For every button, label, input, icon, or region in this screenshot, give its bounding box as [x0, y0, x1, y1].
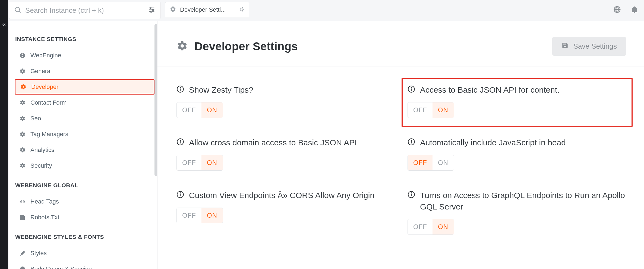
svg-point-7	[150, 11, 152, 12]
scrollbar-thumb[interactable]	[154, 24, 157, 176]
gear-icon	[170, 6, 176, 14]
setting-item: Allow cross domain access to Basic JSON …	[176, 137, 394, 171]
search-input[interactable]	[25, 6, 144, 15]
search-icon	[14, 6, 21, 15]
toggle[interactable]: OFFON	[176, 102, 223, 118]
sidebar-item-analytics[interactable]: Analytics	[15, 142, 154, 158]
setting-item: Automatically include JavaScript in head…	[408, 137, 625, 171]
save-settings-button[interactable]: Save Settings	[552, 37, 626, 56]
sidebar-item-contact-form[interactable]: Contact Form	[15, 95, 154, 110]
gear-icon	[20, 147, 26, 153]
info-icon[interactable]	[408, 84, 415, 94]
toggle[interactable]: OFFON	[176, 155, 223, 171]
toggle-off[interactable]: OFF	[408, 155, 433, 170]
info-icon[interactable]	[408, 190, 415, 199]
sidebar-item-body-colors-spacing[interactable]: Body Colors & Spacing	[15, 261, 154, 269]
toggle[interactable]: OFFON	[408, 102, 454, 118]
main-panel: Developer Settings Save Settings Show Ze…	[157, 21, 644, 269]
svg-point-31	[180, 193, 181, 193]
toggle-on[interactable]: ON	[201, 102, 223, 118]
brush-icon	[20, 250, 26, 256]
sidebar-item-label: WebEngine	[30, 52, 61, 59]
globe-icon[interactable]	[613, 5, 621, 15]
svg-point-28	[411, 140, 412, 140]
svg-line-1	[19, 11, 20, 12]
info-icon[interactable]	[176, 137, 184, 147]
info-icon[interactable]	[176, 190, 184, 199]
setting-item: Show Zesty Tips?OFFON	[176, 84, 394, 118]
sidebar-item-security[interactable]: Security	[15, 158, 154, 173]
gear-icon	[20, 115, 26, 121]
setting-item: Custom View Endpoints Â» CORS Allow Any …	[176, 190, 394, 235]
left-rail	[0, 0, 8, 269]
tab-label: Developer Setti...	[180, 6, 235, 13]
collapse-nav-button[interactable]	[0, 21, 8, 29]
toggle-on[interactable]: ON	[201, 208, 223, 223]
svg-point-16	[23, 268, 24, 269]
toggle-off[interactable]: OFF	[408, 102, 433, 118]
svg-point-5	[150, 7, 151, 9]
toggle-off[interactable]: OFF	[177, 208, 201, 223]
toggle[interactable]: OFFON	[176, 208, 223, 223]
setting-label: Turns on Access to GraphQL Endpoints to …	[420, 190, 625, 212]
info-icon[interactable]	[408, 137, 415, 147]
palette-icon	[20, 266, 26, 269]
gear-icon	[20, 163, 26, 169]
setting-label: Show Zesty Tips?	[189, 84, 253, 96]
sidebar-item-label: Contact Form	[30, 99, 67, 106]
sidebar-item-label: Tag Managers	[30, 131, 68, 138]
toggle[interactable]: OFFON	[408, 219, 454, 235]
toggle[interactable]: OFFON	[408, 155, 454, 171]
sidebar-item-styles[interactable]: Styles	[15, 246, 154, 261]
sidebar-item-tag-managers[interactable]: Tag Managers	[15, 127, 154, 142]
setting-item: Access to Basic JSON API for content.OFF…	[402, 78, 633, 127]
toggle-off[interactable]: OFF	[177, 102, 201, 118]
sidebar-item-developer[interactable]: Developer	[15, 79, 154, 95]
bell-icon[interactable]	[630, 5, 639, 15]
sidebar-item-label: Security	[30, 162, 52, 169]
globe-icon	[20, 52, 26, 58]
sidebar: INSTANCE SETTINGSWebEngineGeneralDevelop…	[9, 21, 157, 269]
chevron-double-left-icon	[1, 22, 7, 29]
svg-point-14	[21, 268, 22, 269]
setting-item: Turns on Access to GraphQL Endpoints to …	[408, 190, 625, 235]
svg-point-25	[180, 140, 181, 140]
toggle-off[interactable]: OFF	[408, 219, 433, 234]
sidebar-item-seo[interactable]: Seo	[15, 111, 154, 126]
sidebar-item-webengine[interactable]: WebEngine	[15, 48, 154, 63]
sidebar-item-robots-txt[interactable]: Robots.Txt	[15, 210, 154, 225]
gear-icon	[20, 100, 26, 106]
sidebar-section-header: WEBENGINE GLOBAL	[15, 182, 154, 189]
sidebar-item-label: Analytics	[30, 146, 54, 154]
sidebar-item-label: General	[30, 68, 52, 75]
toggle-off[interactable]: OFF	[177, 155, 201, 170]
sidebar-section-header: WEBENGINE STYLES & FONTS	[15, 234, 154, 240]
code-icon	[20, 199, 26, 205]
toggle-on[interactable]: ON	[433, 102, 454, 118]
info-icon[interactable]	[176, 84, 184, 94]
toggle-on[interactable]: ON	[433, 155, 454, 170]
sidebar-item-label: Developer	[31, 83, 58, 90]
tab-developer-settings[interactable]: Developer Setti...	[165, 2, 249, 17]
setting-label: Custom View Endpoints Â» CORS Allow Any …	[189, 190, 374, 201]
svg-point-6	[152, 9, 154, 11]
sidebar-item-general[interactable]: General	[15, 64, 154, 79]
sidebar-item-label: Head Tags	[30, 198, 59, 205]
gear-icon	[20, 68, 26, 74]
save-button-label: Save Settings	[573, 42, 617, 51]
sidebar-item-label: Robots.Txt	[30, 214, 59, 221]
file-icon	[20, 214, 26, 220]
sliders-icon[interactable]	[148, 6, 156, 15]
pin-icon[interactable]	[239, 7, 245, 13]
svg-point-22	[411, 87, 412, 88]
page-title: Developer Settings	[194, 40, 298, 53]
search-instance[interactable]	[9, 2, 161, 19]
toggle-on[interactable]: ON	[201, 155, 223, 170]
gear-icon	[20, 84, 26, 90]
svg-point-19	[180, 87, 181, 88]
page-header: Developer Settings Save Settings	[157, 21, 644, 67]
setting-label: Allow cross domain access to Basic JSON …	[189, 137, 357, 148]
sidebar-item-head-tags[interactable]: Head Tags	[15, 194, 154, 209]
setting-label: Access to Basic JSON API for content.	[420, 84, 560, 96]
toggle-on[interactable]: ON	[433, 219, 454, 234]
